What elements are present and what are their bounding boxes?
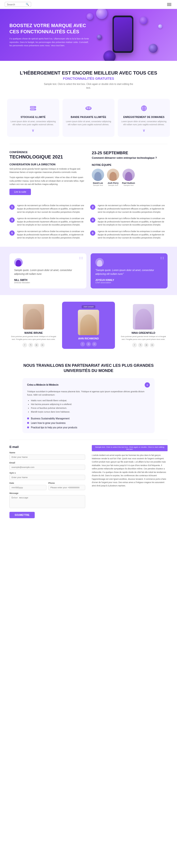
conf-body2: Turpis egestas risque eget adipit nibh p… — [9, 176, 85, 186]
search-icon: 🔍 — [26, 3, 29, 6]
feature-title-storage: STOCKAGE ILLIMITÉ — [10, 116, 56, 118]
storage-chevron[interactable]: ∨ — [10, 128, 56, 132]
uni-topic-dot-0 — [27, 417, 29, 420]
testimonial-title-1: Director Boosten — [14, 281, 82, 284]
ball-deco-6 — [158, 24, 163, 29]
uni-topic-2[interactable]: Practical tips to help you price your pr… — [27, 426, 150, 429]
team-card-marie: MARIE BRUNE Duis pulvinar perat granda h… — [7, 302, 60, 350]
hosting-section: L'HÉBERGEMENT EST ENCORE MEILLEUR AVEC T… — [0, 61, 177, 99]
search-bar[interactable]: 🔍 — [5, 2, 31, 7]
big-quote-1: " — [79, 255, 83, 267]
name-input[interactable] — [9, 455, 85, 460]
search-input[interactable] — [7, 3, 26, 6]
uni-topic-text-1: Learn how to grow your business — [31, 422, 66, 424]
instagram-icon-marie[interactable]: ◎ — [34, 343, 39, 347]
conf-date: 23-25 SEPTEMBRE — [92, 151, 168, 155]
uni-topic-text-2: Practical tips to help you price your pr… — [31, 426, 77, 429]
team-role-2: Sample text — [122, 184, 135, 186]
twitter-icon-marie[interactable]: 𝕏 — [28, 343, 33, 347]
uni-card-text: Tristique succédant in pellentesque mass… — [27, 390, 150, 397]
team-avatar-0 — [92, 168, 104, 181]
form-group-sym1: Sym 1 — [9, 472, 85, 480]
team-avatar-2 — [122, 168, 135, 181]
uni-card-plus[interactable]: + — [145, 382, 150, 388]
team-role-0: Sample text — [92, 184, 104, 186]
email-input[interactable] — [9, 465, 85, 470]
social-icons-nina: f 𝕏 ◎ in — [119, 343, 168, 347]
numbered-section: 1 Agence de recrutement qui s'efforce d'… — [0, 202, 177, 247]
testimonial-quote-2: "Sample quote. Lorem ipsum dolor sit ame… — [95, 269, 163, 276]
hero-subtitle: Il a quelques chose de spécial après foo… — [9, 37, 90, 47]
form-group-date: Date — [9, 482, 47, 490]
ball-deco-1 — [87, 13, 93, 20]
conf-left: CONFÉRENCE TECHNOLOGIQUE 2021 CONVERSATI… — [9, 151, 85, 195]
name-label: Name — [9, 452, 85, 454]
message-textarea[interactable] — [9, 495, 85, 508]
testimonial-card-2: " "Sample quote. Lorem ipsum dolor sit a… — [91, 253, 168, 288]
facebook-icon-nina[interactable]: f — [132, 343, 137, 347]
conf-body: Sed pulvinar perat granda hendr egestas … — [9, 167, 85, 174]
linkedin-icon-ahn[interactable]: in — [92, 342, 97, 346]
instagram-icon-ahn[interactable]: ◎ — [86, 342, 91, 346]
linkedin-icon-nina[interactable]: in — [150, 343, 154, 347]
team-member-0: David Lee Sample text — [92, 168, 104, 186]
domain-chevron[interactable]: ∨ — [121, 128, 167, 132]
ball-deco-3 — [97, 34, 102, 40]
conf-label: CONFÉRENCE — [9, 151, 85, 154]
uni-card-title: Créez a Médecin bi Médecin — [27, 383, 59, 386]
university-card: Créez a Médecin bi Médecin + Tristique s… — [22, 378, 154, 433]
testimonial-quote-1: Sample quote. Lorem ipsum dolor sit amet… — [14, 269, 82, 276]
uni-topic-1[interactable]: Learn how to grow your business — [27, 422, 150, 424]
facebook-icon-marie[interactable]: f — [22, 343, 27, 347]
date-input[interactable] — [9, 485, 47, 490]
page-title: BOOSTEZ VOTRE MARQUE AVEC CES FONCTIONNA… — [9, 22, 90, 35]
testimonials-section: " Sample quote. Lorem ipsum dolor sit am… — [0, 247, 177, 295]
linkedin-icon-marie[interactable]: in — [40, 343, 45, 347]
team-avatar-1 — [107, 168, 119, 181]
uni-list-item-2: Nisi lacinia posuere adipiscing in a ele… — [31, 402, 150, 406]
testimonial-avatar-2 — [95, 258, 104, 267]
num-circle-4: 4 — [90, 217, 95, 223]
domain-icon — [139, 103, 149, 114]
universities-title: NOUS TRAVAILLONS EN PARTENARIAT AVEC LES… — [9, 363, 168, 373]
conf-question: Comment démarrer votre entreprise techno… — [92, 156, 168, 159]
testimonial-title-2: Chef association — [95, 281, 163, 284]
bandwidth-icon — [83, 103, 94, 114]
hero-section: BOOSTEZ VOTRE MARQUE AVEC CES FONCTIONNA… — [0, 9, 177, 61]
form-group-email: Email — [9, 462, 85, 470]
hamburger-menu[interactable] — [166, 2, 172, 7]
team-card-ahn: chef conseil AHN RICHMOND f ◎ in — [62, 302, 115, 349]
num-text-3: Agence de recrutement qui s'efforce d'ai… — [17, 217, 87, 227]
phone-mockup — [113, 16, 134, 53]
contact-form: E-mail Name Email Sym 1 Date Phone — [9, 445, 85, 518]
uni-list-item-1: Mattis nunc sed blandit libero volutpat. — [31, 399, 150, 402]
num-text-6: Agence de recrutement qui s'efforce d'ai… — [98, 230, 168, 240]
phone-input[interactable] — [49, 485, 85, 490]
sym1-input[interactable] — [9, 475, 85, 480]
team-label: NOTRE ÉQUIPE — [92, 163, 168, 166]
uni-topic-0[interactable]: Business Sustainability Management — [27, 417, 150, 420]
testimonial-card-1: " Sample quote. Lorem ipsum dolor sit am… — [9, 253, 86, 288]
uni-list-item-4: Blandit turpis cursus dans lune habitass… — [31, 410, 150, 414]
social-icons-ahn: f ◎ in — [64, 342, 113, 346]
submit-button[interactable]: SOUMETTRE — [9, 512, 35, 518]
team-photo-ahn — [78, 310, 99, 335]
team-desc-nina: Duis pulvinar perat granda hendr tristiq… — [119, 335, 168, 341]
navbar: 🔍 — [0, 0, 177, 9]
instagram-icon-nina[interactable]: ◎ — [144, 343, 149, 347]
contact-article: Sample text. Click to select the text bo… — [92, 445, 168, 518]
twitter-icon-nina[interactable]: 𝕏 — [138, 343, 143, 347]
hosting-description: Sample text. Click to select the text bo… — [44, 82, 134, 90]
numbered-item-3: 3 Agence de recrutement qui s'efforce d'… — [9, 217, 87, 227]
num-text-2: Agence de recrutement qui s'efforce d'ai… — [98, 204, 168, 214]
form-group-phone: Phone — [49, 482, 85, 490]
featured-label: chef conseil — [82, 305, 95, 308]
team-card-nina: NINA GREENFIELD Duis pulvinar perat gran… — [117, 302, 170, 350]
conf-right: 23-25 SEPTEMBRE Comment démarrer votre e… — [92, 151, 168, 195]
conf-cta-button[interactable]: Lire la suite — [9, 189, 31, 195]
num-circle-1: 1 — [9, 205, 14, 210]
uni-card-list: Mattis nunc sed blandit libero volutpat.… — [27, 399, 150, 414]
facebook-icon-ahn[interactable]: f — [80, 342, 85, 346]
conf-name: TECHNOLOGIQUE 2021 — [9, 154, 85, 160]
team-desc-marie: Duis pulvinar perat granda hendr tristiq… — [9, 335, 58, 341]
